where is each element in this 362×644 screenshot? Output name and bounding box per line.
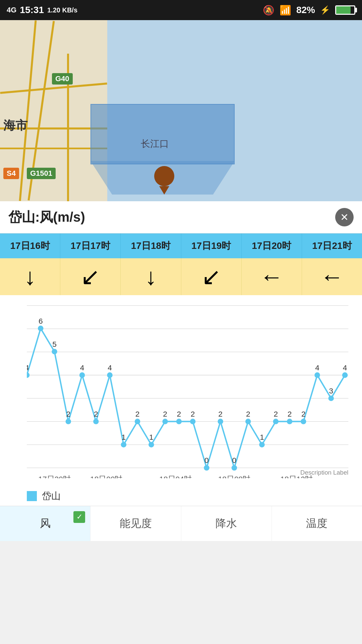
battery-fill	[336, 6, 351, 14]
bottom-tabs: 风 ✓ 能见度 降水 温度	[0, 506, 362, 541]
svg-text:18日00时: 18日00时	[90, 475, 122, 478]
svg-text:2: 2	[94, 410, 98, 418]
svg-text:2: 2	[177, 410, 181, 418]
network-type: 4G	[7, 6, 16, 14]
point-17	[259, 442, 265, 447]
map-label-g1501: G1501	[27, 168, 56, 179]
svg-text:4: 4	[108, 363, 112, 372]
lightning-icon: ⚡	[320, 5, 330, 15]
svg-text:4: 4	[315, 363, 319, 372]
svg-text:2: 2	[135, 410, 140, 418]
speed-display: 1.20 KB/s	[47, 6, 77, 14]
point-4	[79, 372, 85, 378]
wifi-icon: 📶	[280, 5, 291, 16]
svg-text:6: 6	[39, 317, 43, 325]
point-16	[245, 419, 251, 424]
battery-icon	[335, 5, 355, 15]
legend-label: 岱山	[42, 490, 61, 502]
status-left: 4G 15:31 1.20 KB/s	[7, 5, 77, 15]
wind-chart: 0 1 2 3 4 5 6 7	[27, 305, 355, 478]
legend-color-box	[27, 491, 37, 501]
arrow-cell-3: ↙	[181, 258, 242, 295]
map-area[interactable]: G40 S4 G1501 海市 长江口	[0, 20, 362, 201]
wind-check-icon: ✓	[73, 511, 85, 523]
point-5	[93, 419, 99, 424]
svg-text:3: 3	[329, 386, 333, 395]
point-15	[232, 465, 237, 471]
point-6	[107, 372, 113, 378]
svg-text:4: 4	[80, 363, 84, 372]
time-slot-4[interactable]: 17日20时	[242, 233, 302, 258]
status-bar: 4G 15:31 1.20 KB/s 🔕 📶 82% ⚡	[0, 0, 362, 20]
point-18	[273, 419, 279, 424]
point-22	[328, 395, 334, 401]
point-13	[204, 465, 209, 471]
point-20	[301, 419, 306, 424]
point-21	[314, 372, 320, 378]
tab-wind[interactable]: 风 ✓	[0, 506, 90, 541]
point-2	[52, 349, 57, 355]
chart-legend: 岱山	[0, 486, 362, 506]
arrow-cell-4: ←	[242, 258, 302, 295]
svg-text:2: 2	[191, 410, 195, 418]
time-slot-0[interactable]: 17日16时	[0, 233, 60, 258]
svg-text:2: 2	[218, 410, 223, 418]
svg-text:0: 0	[204, 456, 209, 465]
point-1	[38, 326, 44, 331]
point-7	[121, 442, 127, 447]
panel-header: 岱山:风(m/s) ✕	[0, 201, 362, 233]
svg-text:5: 5	[52, 340, 57, 348]
svg-text:17日20时: 17日20时	[38, 475, 70, 478]
time-slot-5[interactable]: 17日21时	[302, 233, 362, 258]
bell-icon: 🔕	[263, 5, 275, 16]
arrow-cell-5: ←	[302, 258, 362, 295]
status-right: 🔕 📶 82% ⚡	[263, 5, 355, 16]
map-label-g40: G40	[52, 73, 73, 85]
tab-precipitation[interactable]: 降水	[181, 506, 272, 541]
svg-text:18日08时: 18日08时	[218, 475, 250, 478]
svg-text:Description Label: Description Label	[300, 469, 348, 476]
arrow-row: ↓ ↙ ↓ ↙ ← ←	[0, 258, 362, 295]
svg-text:4: 4	[27, 363, 29, 372]
map-sea-label: 长江口	[141, 138, 169, 150]
time-slot-1[interactable]: 17日17时	[60, 233, 121, 258]
svg-text:2: 2	[301, 410, 306, 418]
point-10	[162, 419, 168, 424]
map-label-s4: S4	[3, 168, 19, 179]
point-3	[66, 419, 71, 424]
tab-visibility-label: 能见度	[120, 517, 152, 529]
panel-title: 岱山:风(m/s)	[8, 208, 85, 226]
battery-percent: 82%	[296, 5, 315, 15]
tab-wind-label: 风	[40, 517, 51, 529]
tab-temperature[interactable]: 温度	[272, 506, 362, 541]
point-14	[218, 419, 223, 424]
tab-visibility[interactable]: 能见度	[90, 506, 181, 541]
point-9	[148, 442, 154, 447]
close-icon: ✕	[340, 211, 349, 223]
point-23	[342, 372, 348, 378]
map-city-label: 海市	[3, 117, 27, 134]
arrow-cell-1: ↙	[60, 258, 121, 295]
tab-precipitation-label: 降水	[216, 517, 237, 529]
map-pin	[154, 166, 174, 191]
svg-text:1: 1	[260, 433, 264, 441]
pin-tail	[159, 186, 169, 195]
tab-temperature-label: 温度	[306, 517, 327, 529]
time-slots-row: 17日16时 17日17时 17日18时 17日19时 17日20时 17日21…	[0, 233, 362, 258]
svg-text:2: 2	[66, 410, 70, 418]
close-button[interactable]: ✕	[335, 208, 354, 226]
svg-text:0: 0	[232, 456, 237, 465]
time-slot-2[interactable]: 17日18时	[121, 233, 181, 258]
svg-text:1: 1	[149, 433, 154, 441]
time-slot-3[interactable]: 17日19时	[181, 233, 242, 258]
svg-text:2: 2	[288, 410, 292, 418]
arrow-cell-0: ↓	[0, 258, 60, 295]
point-19	[287, 419, 293, 424]
pin-circle	[154, 166, 174, 186]
svg-text:2: 2	[246, 410, 250, 418]
svg-text:18日04时: 18日04时	[159, 475, 191, 478]
weather-panel: 岱山:风(m/s) ✕ 17日16时 17日17时 17日18时 17日19时 …	[0, 201, 362, 541]
svg-text:2: 2	[274, 410, 278, 418]
svg-text:2: 2	[163, 410, 167, 418]
svg-text:4: 4	[343, 363, 347, 372]
